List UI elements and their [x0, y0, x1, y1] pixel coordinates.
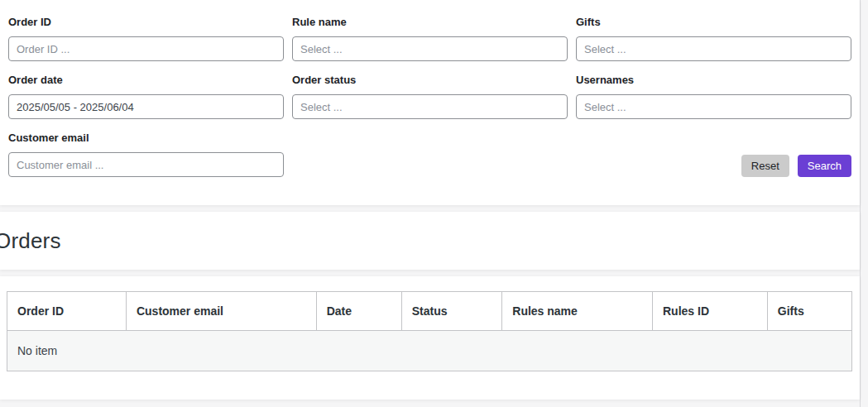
search-button[interactable]: Search: [798, 155, 851, 177]
column-header-rules-id: Rules ID: [653, 292, 768, 331]
column-header-rules-name: Rules name: [502, 292, 653, 331]
field-gifts: Gifts: [576, 17, 851, 61]
field-rule-name: Rule name: [292, 17, 568, 61]
usernames-label: Usernames: [576, 74, 851, 86]
gifts-label: Gifts: [576, 17, 851, 28]
empty-state-row: No item: [7, 331, 852, 371]
column-header-customer-email: Customer email: [126, 292, 316, 331]
rule-name-label: Rule name: [292, 17, 568, 28]
order-date-label: Order date: [8, 74, 284, 86]
order-filter-panel: Order ID Rule name Gifts Order date Orde…: [0, 0, 860, 205]
field-customer-email: Customer email: [8, 132, 284, 177]
order-id-input[interactable]: [8, 36, 284, 61]
orders-table-body: No item: [7, 331, 852, 371]
empty-state-text: No item: [7, 331, 852, 371]
order-status-select[interactable]: [292, 94, 568, 119]
filter-grid-spacer: [292, 132, 568, 177]
orders-table: Order ID Customer email Date Status Rule…: [7, 291, 852, 371]
customer-email-label: Customer email: [8, 132, 284, 144]
column-header-order-id: Order ID: [7, 292, 127, 331]
main-content: Order ID Rule name Gifts Order date Orde…: [0, 0, 861, 407]
page-title: Orders: [0, 228, 61, 254]
order-date-range-input[interactable]: [8, 94, 284, 119]
column-header-gifts: Gifts: [767, 292, 851, 331]
reset-button[interactable]: Reset: [741, 155, 789, 177]
rule-name-select[interactable]: [292, 36, 568, 61]
gifts-select[interactable]: [576, 36, 851, 61]
field-order-id: Order ID: [8, 17, 284, 61]
column-header-date: Date: [316, 292, 401, 331]
filter-actions: Reset Search: [576, 132, 851, 177]
orders-table-header: Order ID Customer email Date Status Rule…: [7, 292, 852, 331]
field-usernames: Usernames: [576, 74, 851, 119]
order-status-label: Order status: [292, 74, 568, 86]
orders-heading-section: Orders: [0, 212, 860, 270]
filter-grid: Order ID Rule name Gifts Order date Orde…: [8, 17, 851, 177]
usernames-select[interactable]: [576, 94, 851, 119]
header-row: Order ID Customer email Date Status Rule…: [7, 292, 852, 331]
orders-table-panel: Order ID Customer email Date Status Rule…: [0, 276, 860, 400]
field-order-status: Order status: [292, 74, 568, 119]
customer-email-input[interactable]: [8, 152, 284, 177]
column-header-status: Status: [401, 292, 501, 331]
order-id-label: Order ID: [8, 17, 284, 28]
field-order-date: Order date: [8, 74, 284, 119]
